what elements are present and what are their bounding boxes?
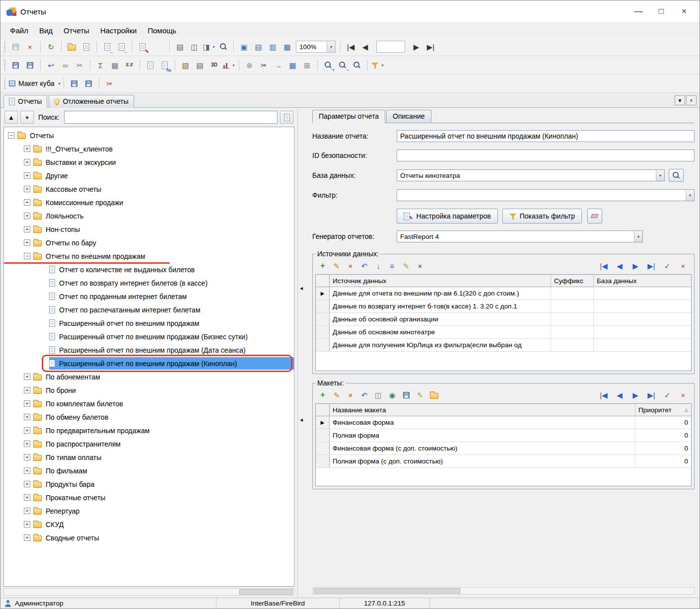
column-header[interactable]: База данных	[594, 275, 691, 287]
print-button[interactable]: ▤	[173, 40, 187, 54]
view-list-button[interactable]: ▥	[266, 40, 280, 54]
tree-item[interactable]: Отчет по распечатанным интернет билетам	[4, 303, 294, 316]
toolbar-grip[interactable]	[4, 41, 5, 52]
tree-item[interactable]: +Лояльность	[4, 209, 294, 223]
collapse-layouts-panel-button[interactable]: ◀	[298, 414, 304, 425]
expand-icon[interactable]: +	[24, 172, 30, 179]
search-input[interactable]	[64, 111, 278, 124]
datasource-row[interactable]: Данные по возврату интернет б-тов(в касс…	[316, 300, 691, 313]
database-select[interactable]: Отчеты кинотеатра ▾	[397, 169, 665, 181]
tab-deferred-reports[interactable]: Отложенные отчеты	[49, 95, 134, 108]
generator-select[interactable]: FastReport 4 ▾	[397, 230, 643, 242]
tree-item[interactable]: +!!!_Отчеты_клиентов	[4, 142, 294, 155]
layout-open-button[interactable]	[427, 389, 440, 401]
tree-item[interactable]: Расширенный отчет по внешним продажам (Д…	[4, 343, 294, 357]
print-preview-button[interactable]: ◫	[188, 40, 201, 54]
edit-report-button[interactable]: ✎	[136, 40, 149, 54]
layout-export-button[interactable]: ◉	[386, 389, 399, 401]
datasource-row[interactable]: ▶Данные для отчета по внешним пр-ам 6.1(…	[316, 287, 691, 300]
setup-parameters-button[interactable]: ✎ Настройка параметров	[397, 209, 498, 224]
tree-item[interactable]: +Сводные отчеты	[4, 531, 294, 544]
menu-item-help[interactable]: Помощь	[142, 24, 182, 37]
cut-button[interactable]: ✂	[257, 59, 271, 72]
filter-select[interactable]: ▾	[397, 189, 695, 201]
database-lookup-button[interactable]	[669, 169, 684, 182]
export-image-button[interactable]: ▧	[179, 59, 192, 72]
menu-item-view[interactable]: Вид	[34, 24, 58, 37]
tree-item[interactable]: Отчет по возврату интернет билетов (в ка…	[4, 276, 294, 290]
tree-item[interactable]: +По комплектам билетов	[4, 397, 294, 410]
nav-prev-button[interactable]: ◀	[358, 40, 372, 54]
layout-nav-prev-button[interactable]: ◀	[613, 389, 626, 401]
zoom-window-button[interactable]	[350, 59, 363, 72]
expand-icon[interactable]: +	[24, 159, 30, 165]
tree-item[interactable]: Отчет о количестве не выданных билетов	[4, 263, 294, 276]
view-form-button[interactable]: ▣	[237, 40, 251, 54]
search-button[interactable]	[216, 40, 230, 54]
sum-button[interactable]: Σ	[94, 59, 107, 72]
table-view-button[interactable]: ▦	[286, 59, 299, 72]
zoom-select[interactable]: 100%▾	[296, 41, 336, 53]
expand-icon[interactable]: +	[24, 441, 30, 447]
tree-item[interactable]: +По предварительным продажам	[4, 424, 294, 437]
ds-nav-last-button[interactable]: ▶|	[645, 260, 658, 272]
expand-icon[interactable]: +	[24, 374, 30, 380]
tree-item[interactable]: +По абонементам	[4, 370, 294, 383]
filter-button[interactable]: ▾	[371, 59, 384, 72]
show-filter-button[interactable]: Показать фильтр	[502, 209, 582, 224]
ds-delete-button[interactable]: ×	[344, 260, 357, 272]
undo-button[interactable]: ↩	[44, 59, 58, 72]
expand-icon[interactable]: +	[24, 481, 30, 487]
expand-icon[interactable]: +	[24, 213, 30, 219]
tree-item[interactable]: +Комиссионные продажи	[4, 196, 294, 209]
export-row-button[interactable]: →	[272, 59, 285, 72]
report-page-button[interactable]	[143, 59, 157, 72]
ds-fields-button[interactable]: ≡	[386, 260, 399, 272]
tree-item[interactable]: +СКУД	[4, 518, 294, 531]
layout-undo-button[interactable]: ↶	[358, 389, 371, 401]
tab-parameters[interactable]: Параметры отчета	[312, 110, 385, 123]
tree-item[interactable]: Расширенный отчет по внешним продажам (Б…	[4, 330, 294, 343]
delete-button[interactable]: ×	[23, 40, 37, 54]
export-data-button[interactable]: ◨▾	[202, 40, 215, 54]
merge-cells-button[interactable]: ∞	[59, 59, 72, 72]
tree-item[interactable]: +Продукты бара	[4, 477, 294, 491]
cell-grid-button[interactable]: ⊞	[300, 59, 314, 72]
column-header[interactable]: Суффикс	[551, 275, 594, 287]
panel-horizontal-scrollbar[interactable]	[312, 587, 695, 595]
tab-description[interactable]: Описание	[386, 110, 431, 123]
tab-list-button[interactable]: ▼	[675, 95, 685, 105]
expand-icon[interactable]: +	[24, 199, 30, 206]
open-folder-button[interactable]	[65, 40, 78, 54]
collapse-all-button[interactable]: ▲	[4, 111, 18, 124]
menu-item-settings[interactable]: Настройки	[95, 24, 142, 37]
print-grid-button[interactable]: ▤	[193, 59, 207, 72]
layout-row[interactable]: Полная форма (с доп. стоимостью)0	[316, 455, 691, 468]
expand-icon[interactable]: +	[24, 508, 30, 514]
layout-copy-button[interactable]: ◫	[372, 389, 385, 401]
layout-nav-next-button[interactable]: ▶	[629, 389, 642, 401]
save-cube-button[interactable]	[68, 77, 81, 90]
clear-filter-button[interactable]	[587, 209, 602, 224]
column-header[interactable]: Источник данных	[330, 275, 551, 287]
layout-nav-last-button[interactable]: ▶|	[645, 389, 658, 401]
ds-post-button[interactable]: ✓	[661, 260, 674, 272]
tab-reports[interactable]: Отчеты	[3, 95, 47, 108]
expand-icon[interactable]: +	[24, 467, 30, 474]
ds-undo-button[interactable]: ↶	[358, 260, 371, 272]
collapse-datasources-panel-button[interactable]: ◀	[298, 283, 304, 294]
tree-item[interactable]: +Кассовые отчеты	[4, 182, 294, 196]
tree-item[interactable]: +По обмену билетов	[4, 410, 294, 424]
save-cube-as-button[interactable]	[82, 77, 95, 90]
expand-icon[interactable]: +	[24, 146, 30, 152]
close-button[interactable]: ×	[673, 3, 696, 19]
tab-close-button[interactable]: ×	[686, 95, 697, 105]
column-header[interactable]: Название макета	[330, 404, 635, 416]
chart-button[interactable]: ▾	[222, 59, 235, 72]
add-report-button[interactable]: +	[20, 111, 34, 124]
expand-icon[interactable]: +	[24, 387, 30, 393]
ds-edit-button[interactable]: ✎	[330, 260, 343, 272]
view-details-button[interactable]: ▤	[252, 40, 265, 54]
layout-row[interactable]: ▶Финансовая форма0	[316, 416, 691, 429]
ds-add-button[interactable]: +	[316, 260, 329, 272]
